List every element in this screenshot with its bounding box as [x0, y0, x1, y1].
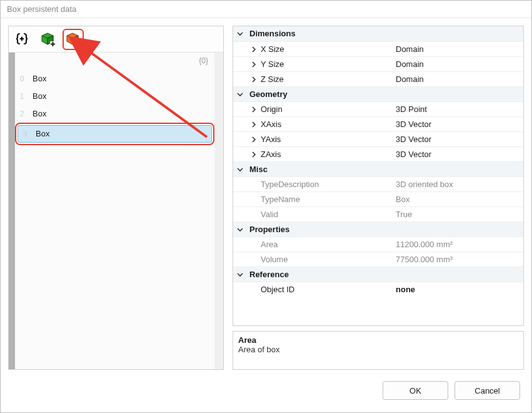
prop-value: 3D Vector — [391, 147, 523, 161]
left-pane: {0} 0 Box 1 Box 2 Box — [8, 26, 224, 370]
dialog-window: Box persistent data — [0, 0, 532, 413]
scrollbar-track[interactable] — [214, 53, 223, 369]
list-label: Box — [29, 71, 214, 87]
add-box-icon — [40, 31, 56, 48]
list-index: 0 — [15, 74, 29, 83]
dialog-body: {0} 0 Box 1 Box 2 Box — [1, 18, 531, 412]
prop-row[interactable]: Origin 3D Point — [233, 101, 523, 116]
prop-group-label: Geometry — [247, 87, 377, 101]
prop-group-reference[interactable]: Reference — [233, 267, 523, 282]
chevron-down-icon — [233, 26, 247, 41]
prop-label: YAxis — [261, 132, 391, 146]
prop-group-value — [377, 26, 523, 41]
cancel-button[interactable]: Cancel — [454, 381, 520, 400]
prop-label: Volume — [261, 252, 391, 267]
panes: {0} 0 Box 1 Box 2 Box — [8, 26, 524, 370]
prop-group-misc[interactable]: Misc — [233, 161, 523, 176]
prop-value: Domain — [391, 42, 523, 56]
chevron-right-icon — [247, 72, 261, 86]
chevron-right-icon — [247, 147, 261, 161]
prop-row[interactable]: ZAxis 3D Vector — [233, 146, 523, 161]
prop-label: TypeDescription — [261, 177, 391, 191]
prop-value: True — [391, 207, 523, 222]
prop-row[interactable]: TypeDescription 3D oriented box — [233, 176, 523, 191]
prop-label: X Size — [261, 42, 391, 56]
list-item[interactable]: 2 Box — [15, 105, 214, 123]
list-index: 1 — [15, 92, 29, 101]
prop-group-label: Dimensions — [247, 26, 377, 41]
list-label: Box — [32, 126, 211, 142]
prop-label: TypeName — [261, 192, 391, 206]
chevron-down-icon — [233, 162, 247, 176]
prop-group-properties[interactable]: Properties — [233, 222, 523, 237]
prop-value: 3D Vector — [391, 132, 523, 146]
chevron-right-icon — [247, 57, 261, 71]
prop-row[interactable]: TypeName Box — [233, 191, 523, 206]
prop-row[interactable]: Area 11200.000 mm² — [233, 237, 523, 252]
prop-label: Y Size — [261, 57, 391, 71]
prop-row[interactable]: Z Size Domain — [233, 71, 523, 86]
list-label: Box — [29, 106, 214, 122]
prop-group-label: Properties — [247, 222, 377, 237]
prop-label: Z Size — [261, 72, 391, 86]
delete-box-icon — [65, 31, 81, 48]
chevron-right-icon — [247, 117, 261, 131]
prop-group-label: Misc — [247, 162, 377, 176]
prop-value: 11200.000 mm² — [391, 237, 523, 252]
prop-label: Valid — [261, 207, 391, 222]
chevron-down-icon — [233, 222, 247, 237]
chevron-right-icon — [247, 132, 261, 146]
prop-row[interactable]: X Size Domain — [233, 41, 523, 56]
list-container: {0} 0 Box 1 Box 2 Box — [9, 53, 223, 369]
list-item-selected[interactable]: 3 Box — [15, 123, 214, 145]
ok-button[interactable]: OK — [383, 381, 448, 400]
chevron-down-icon — [233, 87, 247, 101]
prop-value: none — [391, 282, 523, 297]
prop-label: XAxis — [261, 117, 391, 131]
prop-label: Area — [261, 237, 391, 252]
list-item[interactable]: 0 Box — [15, 70, 214, 88]
chevron-down-icon — [233, 267, 247, 282]
list-label: Box — [29, 88, 214, 105]
prop-label: ZAxis — [261, 147, 391, 161]
list-body: 0 Box 1 Box 2 Box 3 — [15, 70, 214, 369]
prop-value: 3D Vector — [391, 117, 523, 131]
prop-value: Domain — [391, 57, 523, 71]
prop-group-dimensions[interactable]: Dimensions — [233, 26, 523, 41]
prop-row[interactable]: Y Size Domain — [233, 56, 523, 71]
description-title: Area — [238, 335, 518, 345]
description-text: Area of box — [238, 345, 518, 354]
prop-row[interactable]: Volume 77500.000 mm³ — [233, 252, 523, 267]
prop-group-label: Reference — [247, 267, 377, 282]
toolbar — [9, 26, 223, 53]
list-caption: {0} — [199, 56, 208, 65]
prop-value: 77500.000 mm³ — [391, 252, 523, 267]
footer: OK Cancel — [8, 376, 524, 405]
list-item[interactable]: 1 Box — [15, 88, 214, 105]
braces-plus-icon — [15, 31, 31, 48]
window-title: Box persistent data — [1, 1, 531, 18]
prop-row[interactable]: Object ID none — [233, 282, 523, 297]
prop-label: Origin — [261, 102, 391, 116]
property-grid[interactable]: Dimensions X Size Domain Y Size Domain — [233, 26, 524, 326]
delete-box-button[interactable] — [63, 29, 84, 50]
prop-label: Object ID — [261, 282, 391, 297]
list-gutter — [9, 53, 15, 369]
chevron-right-icon — [247, 102, 261, 116]
description-panel: Area Area of box — [233, 331, 524, 370]
prop-value: 3D oriented box — [391, 177, 523, 191]
prop-value: Domain — [391, 72, 523, 86]
right-pane: Dimensions X Size Domain Y Size Domain — [233, 26, 524, 370]
add-box-button[interactable] — [38, 29, 59, 50]
chevron-right-icon — [247, 42, 261, 56]
prop-value: Box — [391, 192, 523, 206]
braces-plus-button[interactable] — [13, 29, 34, 50]
prop-row[interactable]: XAxis 3D Vector — [233, 116, 523, 131]
prop-row[interactable]: Valid True — [233, 206, 523, 222]
prop-group-geometry[interactable]: Geometry — [233, 86, 523, 101]
list-index: 3 — [18, 130, 32, 138]
prop-value: 3D Point — [391, 102, 523, 116]
list-index: 2 — [15, 110, 29, 118]
prop-row[interactable]: YAxis 3D Vector — [233, 131, 523, 146]
